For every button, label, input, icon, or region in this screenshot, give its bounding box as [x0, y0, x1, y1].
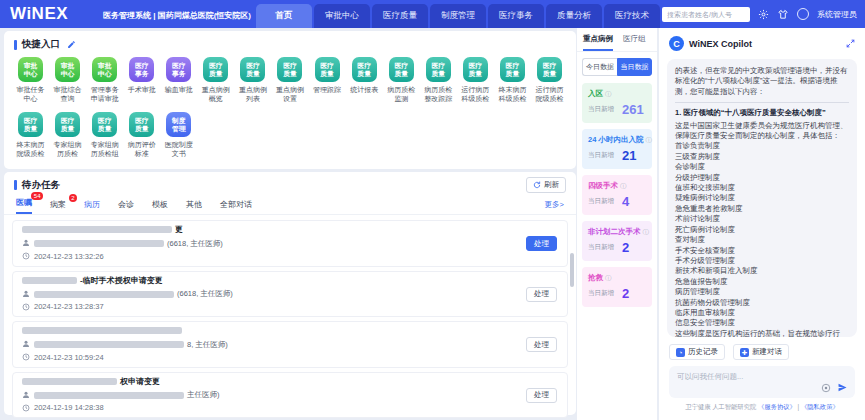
handle-button[interactable]: 处理	[526, 337, 557, 352]
info-icon[interactable]: ⓘ	[605, 274, 612, 283]
quick-entry-tile[interactable]: 医疗质量 专家组病历质检组	[86, 112, 123, 158]
quick-entry-tile[interactable]: 医疗质量 重点病例概览	[197, 57, 234, 103]
refresh-button[interactable]: 刷新	[526, 177, 566, 193]
date-toggle-button[interactable]: 当日数据	[617, 58, 652, 76]
task-item[interactable]: -临时手术授权申请变更 (6618, 主任医师) 2024-12-23 13:2…	[12, 271, 568, 318]
edit-pencil-icon[interactable]	[67, 40, 76, 49]
service-agreement-link[interactable]: 《服务协议》	[758, 403, 796, 410]
stat-card-value-row: 当日新增 261	[588, 102, 646, 117]
quick-entry-tile[interactable]: 医疗质量 管理跟踪	[309, 57, 346, 103]
nav-tab[interactable]: 质量分析	[546, 4, 602, 28]
handle-button[interactable]: 处理	[526, 287, 557, 302]
module-icon[interactable]: 医疗事务	[166, 57, 191, 82]
theme-skin-icon[interactable]	[777, 9, 789, 20]
user-name[interactable]: 系统管理员	[817, 9, 857, 20]
task-tab[interactable]: 医嘱 54	[16, 197, 32, 214]
quick-entry-tile[interactable]: 医疗事务 输血审批	[160, 57, 197, 103]
module-icon[interactable]: 医疗质量	[92, 112, 117, 137]
history-button[interactable]: ◔ 历史记录	[669, 344, 725, 360]
handle-button[interactable]: 处理	[526, 388, 557, 403]
privacy-policy-link[interactable]: 《隐私政策》	[801, 403, 839, 410]
nav-tab[interactable]: 医疗事务	[488, 4, 544, 28]
task-tab-label: 病历	[84, 200, 100, 209]
stat-card[interactable]: 24 小时内出入院ⓘ 当日新增 21	[582, 129, 652, 169]
module-icon-label: 医疗质量	[394, 62, 409, 78]
stat-card[interactable]: 非计划二次手术ⓘ 当日新增 2	[582, 221, 652, 261]
module-icon[interactable]: 医疗质量	[18, 112, 43, 137]
quick-entry-tile[interactable]: 审批中心 管理事务申请审批	[86, 57, 123, 103]
quick-entry-tile[interactable]: 医疗质量 统计报表	[346, 57, 383, 103]
module-icon[interactable]: 医疗质量	[203, 57, 228, 82]
nav-tab[interactable]: 医疗质量	[372, 4, 428, 28]
task-tab[interactable]: 模板	[152, 199, 168, 214]
task-item[interactable]: 8, 主任医师) 2024-12-23 10:59:24 处理	[12, 321, 568, 368]
date-toggle-label: 当日数据	[621, 63, 649, 70]
module-icon[interactable]: 医疗质量	[55, 112, 80, 137]
module-icon[interactable]: 审批中心	[18, 57, 43, 82]
new-chat-button[interactable]: ✚ 新建对话	[733, 344, 789, 360]
task-tab[interactable]: 会诊	[118, 199, 134, 214]
nav-tab[interactable]: 审批中心	[314, 4, 370, 28]
quick-entry-tile[interactable]: 医疗质量 终末病历院级质检	[12, 112, 49, 158]
module-icon[interactable]: 医疗质量	[389, 57, 414, 82]
quick-entry-tile[interactable]: 医疗质量 病历质检整改跟踪	[420, 57, 457, 103]
quick-entry-tile[interactable]: 审批中心 审批综合查询	[49, 57, 86, 103]
module-icon[interactable]: 医疗质量	[500, 57, 525, 82]
stat-card[interactable]: 四级手术ⓘ 当日新增 4	[582, 175, 652, 215]
module-icon[interactable]: 医疗质量	[277, 57, 302, 82]
stat-card[interactable]: 入区ⓘ 当日新增 261	[582, 83, 652, 123]
quick-entry-tile[interactable]: 医疗质量 重点病例设置	[271, 57, 308, 103]
module-icon[interactable]: 医疗质量	[463, 57, 488, 82]
stat-card[interactable]: 抢救ⓘ 当日新增 2	[582, 267, 652, 307]
quick-entry-tile[interactable]: 医疗质量 终末病历科级质检	[494, 57, 531, 103]
send-icon[interactable]	[837, 382, 848, 393]
quick-entry-tile[interactable]: 制度管理 医院制度文书	[160, 112, 197, 158]
quick-entry-tile[interactable]: 医疗质量 重点病例列表	[234, 57, 271, 103]
task-tab[interactable]: 病历	[84, 199, 100, 214]
scrollbar-thumb[interactable]	[570, 253, 574, 287]
task-item[interactable]: 权申请变更 主任医师) 2024-12-19 14:28:38 处理	[12, 372, 568, 419]
settings-gear-icon[interactable]	[758, 9, 769, 20]
quick-entry-label: 手术审批	[125, 85, 159, 94]
module-icon[interactable]: 医疗质量	[537, 57, 562, 82]
date-toggle-button[interactable]: 今日数据	[582, 58, 617, 76]
user-avatar[interactable]	[797, 8, 809, 20]
module-icon[interactable]: 医疗质量	[240, 57, 265, 82]
quick-entry-tile[interactable]: 审批中心 审批任务中心	[12, 57, 49, 103]
module-icon[interactable]: 医疗质量	[129, 112, 154, 137]
task-tab[interactable]: 其他	[186, 199, 202, 214]
nav-tab[interactable]: 制度管理	[430, 4, 486, 28]
quick-entry-tile[interactable]: 医疗质量 专家组病历质检	[49, 112, 86, 158]
voice-icon[interactable]	[821, 383, 831, 393]
info-icon[interactable]: ⓘ	[645, 136, 652, 145]
module-icon[interactable]: 制度管理	[166, 112, 191, 137]
copilot-input[interactable]: 可以问我任何问题...	[669, 366, 855, 398]
info-icon[interactable]: ⓘ	[643, 228, 650, 237]
task-tab[interactable]: 全部对话	[220, 199, 252, 214]
module-icon[interactable]: 医疗质量	[426, 57, 451, 82]
handle-button[interactable]: 处理	[526, 236, 557, 251]
patient-search-input[interactable]	[662, 7, 750, 22]
nav-tab[interactable]: 医疗技术	[604, 4, 660, 28]
info-icon[interactable]: ⓘ	[605, 90, 612, 99]
module-icon[interactable]: 医疗质量	[315, 57, 340, 82]
task-title: 权申请变更	[22, 375, 558, 389]
more-link[interactable]: 更多>	[545, 200, 564, 214]
module-icon[interactable]: 医疗事务	[129, 57, 154, 82]
nav-tab[interactable]: 首页	[256, 4, 312, 28]
stats-tab[interactable]: 医疗组	[623, 34, 646, 51]
quick-entry-tile[interactable]: 医疗质量 病历评价标准	[123, 112, 160, 158]
task-tab[interactable]: 病案 2	[50, 199, 66, 214]
quick-entry-tile[interactable]: 医疗事务 手术审批	[123, 57, 160, 103]
stats-tab[interactable]: 重点病例	[583, 34, 613, 51]
info-icon[interactable]: ⓘ	[620, 182, 627, 191]
task-tab-label: 其他	[186, 200, 202, 209]
expand-icon[interactable]	[846, 39, 855, 48]
quick-entry-tile[interactable]: 医疗质量 运行病历科级质检	[457, 57, 494, 103]
quick-entry-tile[interactable]: 医疗质量 运行病历院级质检	[531, 57, 568, 103]
module-icon[interactable]: 审批中心	[92, 57, 117, 82]
module-icon[interactable]: 医疗质量	[352, 57, 377, 82]
task-item[interactable]: 更 (6618, 主任医师) 2024-12-23 13:32:26 处理	[12, 220, 568, 267]
quick-entry-tile[interactable]: 医疗质量 病历质检监测	[383, 57, 420, 103]
module-icon[interactable]: 审批中心	[55, 57, 80, 82]
